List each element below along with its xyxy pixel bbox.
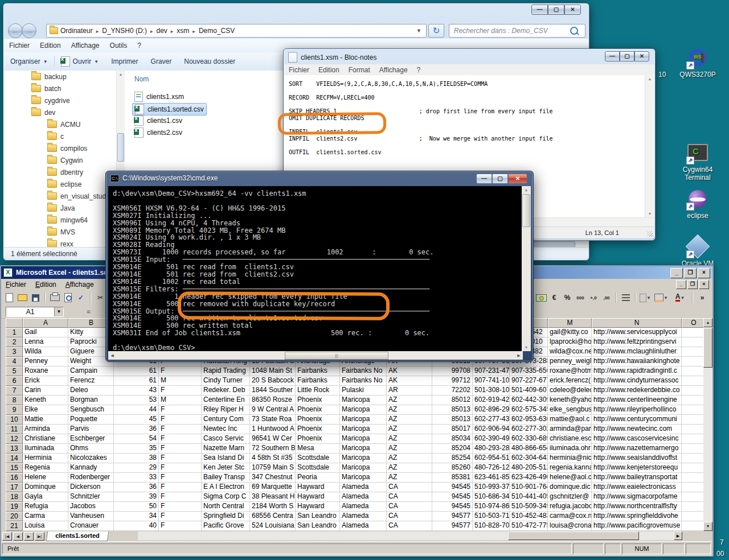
close-workbook-button[interactable]: ×	[699, 280, 709, 289]
print-preview-icon[interactable]	[62, 292, 73, 303]
last-sheet-icon[interactable]: ▶|	[35, 532, 44, 541]
cmd-titlebar[interactable]: C:\ C:\Windows\system32\cmd.exe	[110, 174, 218, 182]
cell-F6[interactable]: 20 S Babcock	[250, 376, 296, 386]
tree-item-mingw64[interactable]: mingw64	[4, 214, 116, 226]
scroll-up-icon[interactable]: ▲	[117, 71, 125, 78]
cell-O20[interactable]	[682, 512, 706, 521]
currency-format-icon[interactable]	[535, 292, 547, 303]
cell-L17[interactable]: 510-901-7640	[510, 483, 548, 492]
column-header-A[interactable]: A	[23, 318, 68, 328]
cell-I19[interactable]: CA	[387, 502, 432, 512]
cell-G13[interactable]: Mesa	[296, 444, 340, 454]
cell-M14[interactable]: herminia@nic	[548, 454, 592, 463]
cell-O9[interactable]	[682, 405, 706, 415]
cell-F13[interactable]: 72 Southern B	[250, 444, 296, 454]
cell-L18[interactable]: 510-441-4055	[510, 492, 548, 502]
cell-D14[interactable]: F	[159, 454, 202, 463]
cell-O17[interactable]	[682, 483, 706, 492]
file-item[interactable]: clients2.csv	[132, 127, 185, 138]
cmd-vertical-scrollbar[interactable]: ▲ ▼	[522, 186, 531, 351]
tree-item-dbentry[interactable]: dbentry	[4, 166, 116, 178]
cell-K7[interactable]: 501-308-1040	[473, 386, 510, 396]
more-buttons-icon[interactable]: »	[697, 292, 708, 303]
breadcrumb-segment[interactable]: D_YNSH0 (D:)	[100, 27, 149, 35]
cell-A12[interactable]: Christiane	[23, 434, 68, 444]
cell-J13[interactable]: 85204	[432, 444, 473, 454]
row-header-20[interactable]: 20	[6, 512, 23, 521]
cell-J7[interactable]: 72202	[432, 386, 473, 396]
breadcrumb-segment[interactable]: Ordinateur	[58, 27, 95, 35]
cell-I7[interactable]: AR	[387, 386, 432, 396]
cell-I16[interactable]: AZ	[387, 473, 432, 483]
cell-C11[interactable]: 36	[114, 425, 159, 434]
cell-A8[interactable]: Keneth	[23, 396, 68, 405]
cell-N12[interactable]: http://www.cascoservicesinc	[592, 434, 682, 444]
minimize-workbook-button[interactable]: _	[676, 280, 686, 289]
search-box[interactable]: Rechercher dans : Demo_CSV	[449, 24, 585, 38]
cell-F12[interactable]: 96541 W Cer	[250, 434, 296, 444]
cell-C5[interactable]: 61	[114, 367, 159, 376]
cell-L21[interactable]: 510-472-7758	[510, 521, 548, 531]
row-header-14[interactable]: 14	[6, 454, 23, 463]
tree-item-compilos[interactable]: compilos	[4, 142, 116, 154]
cell-J9[interactable]: 85013	[432, 405, 473, 415]
cell-H6[interactable]: Fairbanks No	[340, 376, 387, 386]
row-header-2[interactable]: 2	[6, 337, 23, 347]
cell-E13[interactable]: Nazette Marn	[202, 444, 250, 454]
cell-K15[interactable]: 480-726-1280	[473, 463, 510, 473]
minimize-button[interactable]: —	[605, 51, 620, 61]
ouvrir-button[interactable]: Ouvrir▼	[55, 55, 105, 68]
cell-H5[interactable]: Fairbanks No	[340, 367, 387, 376]
cell-H12[interactable]: Maricopa	[340, 434, 387, 444]
cell-F8[interactable]: 86350 Rosze	[250, 396, 296, 405]
cell-C10[interactable]: 45	[114, 415, 159, 425]
cell-M2[interactable]: lpaprocki@ho	[548, 337, 592, 347]
cell-I13[interactable]: AZ	[387, 444, 432, 454]
cell-J20[interactable]: 94577	[432, 512, 473, 521]
cell-J16[interactable]: 85381	[432, 473, 473, 483]
cell-A3[interactable]: Wilda	[23, 347, 68, 357]
cell-E14[interactable]: Sea Island Di	[202, 454, 250, 463]
cell-D13[interactable]: F	[159, 444, 202, 454]
cell-M1[interactable]: gail@kitty.co	[548, 328, 592, 337]
cell-A9[interactable]: Elke	[23, 405, 68, 415]
desktop-icon-cygwin64-terminal[interactable]: ↗ Cygwin64 Terminal	[672, 144, 723, 182]
cell-K14[interactable]: 602-954-5141	[473, 454, 510, 463]
cell-I12[interactable]: AZ	[387, 434, 432, 444]
cell-M10[interactable]: mattie@aol.c	[548, 415, 592, 425]
cell-G21[interactable]: San Leandro	[296, 521, 340, 531]
cell-A21[interactable]: Louisa	[23, 521, 68, 531]
notepad-vertical-scrollbar[interactable]: ▲ ▼	[645, 75, 654, 217]
cell-O19[interactable]	[682, 502, 706, 512]
cell-K6[interactable]: 907-741-1044	[473, 376, 510, 386]
row-header-5[interactable]: 5	[6, 367, 23, 376]
cell-O5[interactable]	[682, 367, 706, 376]
close-button[interactable]: ✕	[508, 174, 527, 184]
cell-N8[interactable]: http://www.centerlineengine	[592, 396, 682, 405]
tree-item-eclipse[interactable]: eclipse	[4, 178, 116, 190]
cell-H20[interactable]: Alameda	[340, 512, 387, 521]
cell-L11[interactable]: 602-277-3025	[510, 425, 548, 434]
column-header-O[interactable]: O	[682, 318, 706, 328]
menu-item[interactable]: Edition	[314, 66, 344, 74]
cell-N5[interactable]: http://www.rapidtradingintl.c	[592, 367, 682, 376]
row-header-11[interactable]: 11	[6, 425, 23, 434]
cell-F16[interactable]: 347 Chestnut	[250, 473, 296, 483]
refresh-button[interactable]: ↻	[428, 24, 444, 38]
cell-N14[interactable]: http://www.seaislanddivoffst	[592, 454, 682, 463]
row-header-4[interactable]: 4	[6, 357, 23, 367]
spellcheck-icon[interactable]: ✓	[75, 292, 87, 303]
cell-C7[interactable]: 43	[114, 386, 159, 396]
percent-format-icon[interactable]: %	[562, 292, 573, 303]
row-header-8[interactable]: 8	[6, 396, 23, 405]
cell-A1[interactable]: Gail	[23, 328, 68, 337]
cell-J14[interactable]: 85254	[432, 454, 473, 463]
cell-L19[interactable]: 510-509-3496	[510, 502, 548, 512]
decrease-decimal-icon[interactable]: ,00	[601, 292, 612, 303]
cell-F9[interactable]: 9 W Central A	[250, 405, 296, 415]
cell-O13[interactable]	[682, 444, 706, 454]
cell-O10[interactable]	[682, 415, 706, 425]
cell-I6[interactable]: AK	[387, 376, 432, 386]
cell-O6[interactable]	[682, 376, 706, 386]
cell-O4[interactable]	[682, 357, 706, 367]
